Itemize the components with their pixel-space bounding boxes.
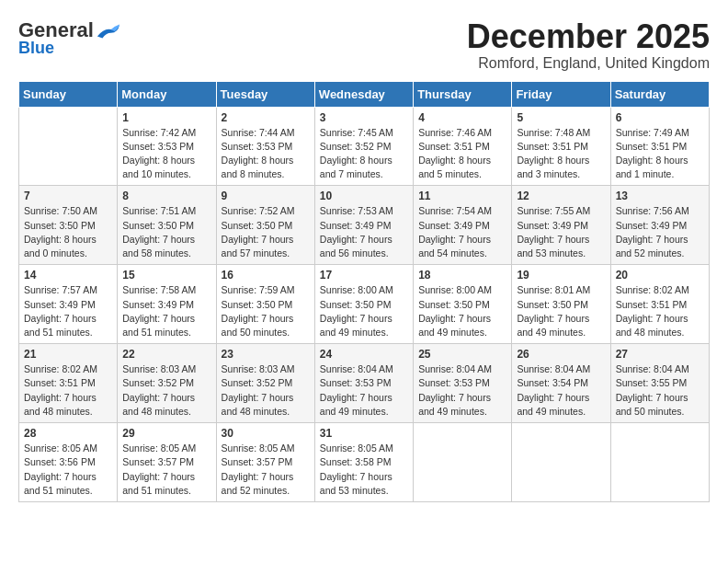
month-title: December 2025 [467, 18, 710, 55]
day-info: Sunrise: 7:55 AMSunset: 3:49 PMDaylight:… [517, 204, 605, 260]
calendar-cell [512, 423, 610, 502]
calendar-cell: 20Sunrise: 8:02 AMSunset: 3:51 PMDayligh… [610, 265, 709, 344]
calendar-cell: 19Sunrise: 8:01 AMSunset: 3:50 PMDayligh… [512, 265, 610, 344]
day-info: Sunrise: 7:42 AMSunset: 3:53 PMDaylight:… [122, 126, 210, 182]
calendar-cell: 26Sunrise: 8:04 AMSunset: 3:54 PMDayligh… [512, 344, 610, 423]
day-number: 4 [418, 111, 506, 124]
calendar-cell: 24Sunrise: 8:04 AMSunset: 3:53 PMDayligh… [314, 344, 413, 423]
weekday-header-tuesday: Tuesday [216, 81, 314, 107]
day-info: Sunrise: 7:59 AMSunset: 3:50 PMDaylight:… [222, 283, 310, 339]
logo-bird-icon [96, 20, 121, 40]
day-info: Sunrise: 7:46 AMSunset: 3:51 PMDaylight:… [418, 126, 506, 182]
day-number: 19 [517, 269, 605, 282]
day-info: Sunrise: 7:48 AMSunset: 3:51 PMDaylight:… [517, 126, 605, 182]
calendar-cell: 21Sunrise: 8:02 AMSunset: 3:51 PMDayligh… [19, 344, 118, 423]
day-number: 10 [320, 190, 408, 202]
day-info: Sunrise: 8:03 AMSunset: 3:52 PMDaylight:… [122, 362, 210, 419]
day-info: Sunrise: 8:03 AMSunset: 3:52 PMDaylight:… [222, 362, 310, 419]
day-info: Sunrise: 7:57 AMSunset: 3:49 PMDaylight:… [24, 283, 112, 339]
day-number: 1 [122, 111, 210, 124]
calendar-cell: 23Sunrise: 8:03 AMSunset: 3:52 PMDayligh… [216, 344, 314, 423]
logo: General Blue [18, 18, 121, 58]
day-number: 20 [616, 269, 704, 282]
calendar-cell: 5Sunrise: 7:48 AMSunset: 3:51 PMDaylight… [512, 107, 610, 186]
day-info: Sunrise: 8:04 AMSunset: 3:54 PMDaylight:… [517, 362, 605, 419]
weekday-header-wednesday: Wednesday [314, 81, 413, 107]
calendar-cell [19, 107, 118, 186]
day-number: 21 [24, 348, 112, 361]
calendar: SundayMondayTuesdayWednesdayThursdayFrid… [18, 81, 710, 502]
title-block: December 2025 Romford, England, United K… [467, 18, 710, 72]
calendar-cell: 18Sunrise: 8:00 AMSunset: 3:50 PMDayligh… [414, 265, 512, 344]
day-number: 18 [418, 269, 506, 282]
day-number: 29 [122, 427, 210, 440]
calendar-cell: 12Sunrise: 7:55 AMSunset: 3:49 PMDayligh… [512, 186, 610, 265]
calendar-cell: 6Sunrise: 7:49 AMSunset: 3:51 PMDaylight… [610, 107, 709, 186]
calendar-cell: 9Sunrise: 7:52 AMSunset: 3:50 PMDaylight… [216, 186, 314, 265]
day-info: Sunrise: 8:04 AMSunset: 3:55 PMDaylight:… [616, 362, 704, 419]
day-info: Sunrise: 7:51 AMSunset: 3:50 PMDaylight:… [122, 204, 210, 260]
day-info: Sunrise: 8:00 AMSunset: 3:50 PMDaylight:… [418, 283, 506, 339]
day-info: Sunrise: 7:49 AMSunset: 3:51 PMDaylight:… [616, 126, 704, 182]
day-number: 2 [222, 111, 310, 124]
day-number: 28 [24, 427, 112, 440]
day-info: Sunrise: 7:45 AMSunset: 3:52 PMDaylight:… [320, 126, 408, 182]
day-info: Sunrise: 8:05 AMSunset: 3:57 PMDaylight:… [122, 442, 210, 498]
weekday-header-saturday: Saturday [610, 81, 709, 107]
calendar-cell: 25Sunrise: 8:04 AMSunset: 3:53 PMDayligh… [414, 344, 512, 423]
weekday-header-sunday: Sunday [19, 81, 118, 107]
page-header: General Blue December 2025 Romford, Engl… [18, 18, 710, 72]
calendar-cell: 30Sunrise: 8:05 AMSunset: 3:57 PMDayligh… [216, 423, 314, 502]
week-row-4: 21Sunrise: 8:02 AMSunset: 3:51 PMDayligh… [19, 344, 710, 423]
day-number: 5 [517, 111, 605, 124]
day-number: 30 [222, 427, 310, 440]
calendar-cell: 31Sunrise: 8:05 AMSunset: 3:58 PMDayligh… [314, 423, 413, 502]
week-row-1: 1Sunrise: 7:42 AMSunset: 3:53 PMDaylight… [19, 107, 710, 186]
day-number: 3 [320, 111, 408, 124]
day-number: 24 [320, 348, 408, 361]
calendar-cell [414, 423, 512, 502]
weekday-header-friday: Friday [512, 81, 610, 107]
calendar-cell: 29Sunrise: 8:05 AMSunset: 3:57 PMDayligh… [118, 423, 216, 502]
day-number: 25 [418, 348, 506, 361]
week-row-2: 7Sunrise: 7:50 AMSunset: 3:50 PMDaylight… [19, 186, 710, 265]
day-info: Sunrise: 7:52 AMSunset: 3:50 PMDaylight:… [222, 204, 310, 260]
day-number: 23 [222, 348, 310, 361]
day-number: 15 [122, 269, 210, 282]
day-number: 17 [320, 269, 408, 282]
week-row-3: 14Sunrise: 7:57 AMSunset: 3:49 PMDayligh… [19, 265, 710, 344]
day-info: Sunrise: 8:05 AMSunset: 3:58 PMDaylight:… [320, 442, 408, 498]
calendar-cell: 14Sunrise: 7:57 AMSunset: 3:49 PMDayligh… [19, 265, 118, 344]
calendar-cell: 1Sunrise: 7:42 AMSunset: 3:53 PMDaylight… [118, 107, 216, 186]
day-info: Sunrise: 8:02 AMSunset: 3:51 PMDaylight:… [616, 283, 704, 339]
day-number: 31 [320, 427, 408, 440]
day-number: 13 [616, 190, 704, 202]
day-number: 9 [222, 190, 310, 202]
day-info: Sunrise: 7:56 AMSunset: 3:49 PMDaylight:… [616, 204, 704, 260]
day-info: Sunrise: 8:04 AMSunset: 3:53 PMDaylight:… [418, 362, 506, 419]
day-info: Sunrise: 8:01 AMSunset: 3:50 PMDaylight:… [517, 283, 605, 339]
day-number: 7 [24, 190, 112, 202]
calendar-cell: 2Sunrise: 7:44 AMSunset: 3:53 PMDaylight… [216, 107, 314, 186]
calendar-cell: 3Sunrise: 7:45 AMSunset: 3:52 PMDaylight… [314, 107, 413, 186]
calendar-cell: 28Sunrise: 8:05 AMSunset: 3:56 PMDayligh… [19, 423, 118, 502]
calendar-cell: 22Sunrise: 8:03 AMSunset: 3:52 PMDayligh… [118, 344, 216, 423]
weekday-header-thursday: Thursday [414, 81, 512, 107]
day-info: Sunrise: 8:02 AMSunset: 3:51 PMDaylight:… [24, 362, 112, 419]
day-info: Sunrise: 8:04 AMSunset: 3:53 PMDaylight:… [320, 362, 408, 419]
day-number: 6 [616, 111, 704, 124]
day-info: Sunrise: 7:53 AMSunset: 3:49 PMDaylight:… [320, 204, 408, 260]
location: Romford, England, United Kingdom [467, 55, 710, 72]
calendar-cell: 8Sunrise: 7:51 AMSunset: 3:50 PMDaylight… [118, 186, 216, 265]
weekday-header-row: SundayMondayTuesdayWednesdayThursdayFrid… [19, 81, 710, 107]
calendar-cell: 11Sunrise: 7:54 AMSunset: 3:49 PMDayligh… [414, 186, 512, 265]
week-row-5: 28Sunrise: 8:05 AMSunset: 3:56 PMDayligh… [19, 423, 710, 502]
calendar-cell: 27Sunrise: 8:04 AMSunset: 3:55 PMDayligh… [610, 344, 709, 423]
calendar-cell: 16Sunrise: 7:59 AMSunset: 3:50 PMDayligh… [216, 265, 314, 344]
day-info: Sunrise: 7:58 AMSunset: 3:49 PMDaylight:… [122, 283, 210, 339]
day-info: Sunrise: 8:05 AMSunset: 3:57 PMDaylight:… [222, 442, 310, 498]
day-number: 12 [517, 190, 605, 202]
day-number: 14 [24, 269, 112, 282]
day-number: 26 [517, 348, 605, 361]
calendar-cell: 17Sunrise: 8:00 AMSunset: 3:50 PMDayligh… [314, 265, 413, 344]
